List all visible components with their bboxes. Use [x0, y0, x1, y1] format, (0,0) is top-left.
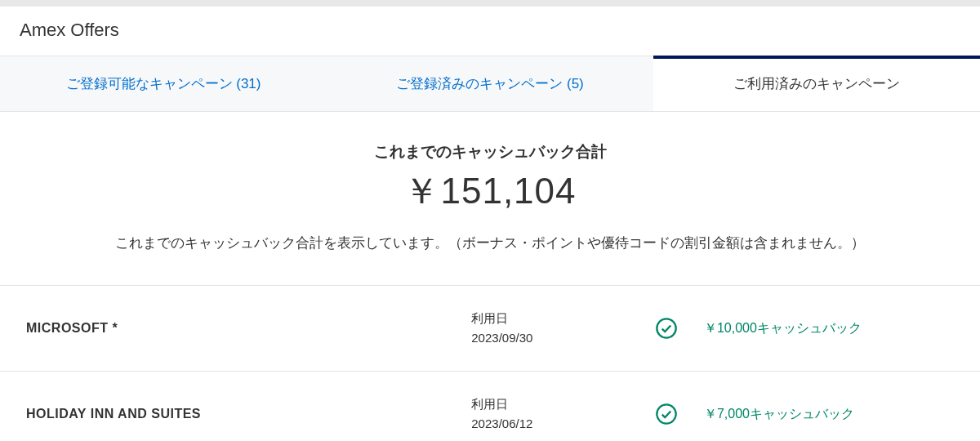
top-strip: [0, 0, 980, 7]
use-date: 利用日 2023/09/30: [471, 309, 638, 348]
tabs: ご登録可能なキャンペーン (31) ご登録済みのキャンペーン (5) ご利用済み…: [0, 56, 980, 112]
summary-label: これまでのキャッシュバック合計: [16, 141, 964, 163]
use-date-label: 利用日: [471, 309, 638, 328]
summary-note: これまでのキャッシュバック合計を表示しています。（ボーナス・ポイントや優待コード…: [16, 234, 964, 252]
merchant-name: MICROSOFT *: [26, 321, 471, 336]
tab-registered[interactable]: ご登録済みのキャンペーン (5): [327, 56, 653, 111]
page-header: Amex Offers: [0, 7, 980, 56]
reward-text: ￥7,000キャッシュバック: [694, 406, 954, 423]
status-cell: [639, 403, 694, 425]
svg-point-1: [657, 404, 675, 423]
reward-text: ￥10,000キャッシュバック: [694, 320, 954, 337]
check-circle-icon: [655, 403, 678, 425]
tab-registered-label: ご登録済みのキャンペーン (5): [396, 76, 584, 91]
summary-amount: ￥151,104: [16, 167, 964, 216]
tab-used-label: ご利用済みのキャンペーン: [733, 76, 900, 91]
use-date-value: 2023/06/12: [471, 414, 638, 434]
check-circle-icon: [655, 317, 678, 340]
use-date-label: 利用日: [471, 394, 638, 414]
tab-used[interactable]: ご利用済みのキャンペーン: [653, 56, 980, 111]
tab-available-label: ご登録可能なキャンペーン (31): [66, 76, 261, 91]
use-date-value: 2023/09/30: [471, 328, 638, 348]
tab-available[interactable]: ご登録可能なキャンペーン (31): [0, 56, 327, 111]
use-date: 利用日 2023/06/12: [471, 394, 638, 434]
cashback-summary: これまでのキャッシュバック合計 ￥151,104 これまでのキャッシュバック合計…: [0, 112, 980, 286]
svg-point-0: [657, 318, 675, 337]
offer-row: MICROSOFT * 利用日 2023/09/30 ￥10,000キャッシュバ…: [0, 286, 980, 372]
page-title: Amex Offers: [20, 20, 960, 41]
merchant-name: HOLIDAY INN AND SUITES: [26, 407, 471, 421]
offer-row: HOLIDAY INN AND SUITES 利用日 2023/06/12 ￥7…: [0, 372, 980, 441]
status-cell: [639, 317, 694, 340]
